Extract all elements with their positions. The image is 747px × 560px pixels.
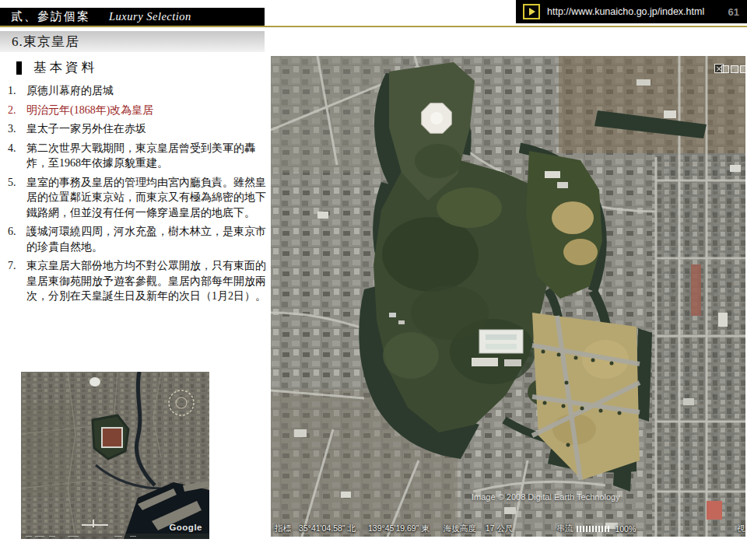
list-item: 1. 原德川幕府的居城 <box>6 83 268 99</box>
stream-meter <box>577 526 611 532</box>
section-header-bar: 貳、參訪個案 Luxury Selection <box>0 8 265 26</box>
list-item-text: 東京皇居大部份地方均不對公眾開放，只有東面的皇居東御苑開放予遊客參觀。皇居內部每… <box>26 258 268 304</box>
list-item: 7. 東京皇居大部份地方均不對公眾開放，只有東面的皇居東御苑開放予遊客參觀。皇居… <box>6 258 268 304</box>
basic-info-heading: 基本資料 <box>16 59 268 76</box>
list-item-highlighted: 2. 明治元年(1868年)改為皇居 <box>6 103 268 118</box>
heading-marker-bar <box>16 61 22 75</box>
list-item-number: 6. <box>6 224 26 254</box>
play-icon <box>523 4 540 19</box>
list-item: 6. 護城河環繞四周，河水充盈，樹木林立，是東京市的珍貴自然地。 <box>6 224 268 254</box>
longitude-value: 139°45'19.69" 東 <box>368 523 430 534</box>
list-item: 4. 第二次世界大戰期間，東京皇居曾受到美軍的轟炸，至1968年依據原貌重建。 <box>6 141 268 171</box>
elevation-value: 17 公尺 <box>486 523 514 534</box>
section-title-zh: 貳、參訪個案 <box>11 9 90 24</box>
header-divider-line <box>0 26 747 27</box>
section-title-en: Luxury Selection <box>109 10 191 23</box>
slide-canvas: { "header": { "section_zh": "貳、參訪個案", "s… <box>0 0 747 560</box>
list-item-number: 5. <box>6 175 26 221</box>
list-item-text: 皇太子一家另外住在赤坂 <box>26 121 268 137</box>
list-item-text: 護城河環繞四周，河水充盈，樹木林立，是東京市的珍貴自然地。 <box>26 224 268 254</box>
basic-info-heading-label: 基本資料 <box>33 59 97 76</box>
list-item: 5. 皇室的事務及皇居的管理均由宮內廳負責。雖然皇居的位置鄰近東京站，而東京又有… <box>6 175 268 221</box>
list-item-number: 4. <box>6 141 26 171</box>
pointer-label: 指標 <box>275 523 291 534</box>
view-angle-label: 視角 <box>737 523 745 534</box>
list-item-text: 明治元年(1868年)改為皇居 <box>26 103 268 118</box>
location-highlight-box <box>102 428 122 447</box>
source-url-link[interactable]: http://www.kunaicho.go.jp/index.html <box>547 6 704 17</box>
slide-title-bar: 6.東京皇居 <box>0 31 265 52</box>
latitude-value: 35°41'04.58" 北 <box>299 523 356 534</box>
list-item: 3. 皇太子一家另外住在赤坂 <box>6 121 268 137</box>
list-item-text: 皇室的事務及皇居的管理均由宮內廳負責。雖然皇居的位置鄰近東京站，而東京又有極為綿… <box>26 175 268 221</box>
list-item-text: 第二次世界大戰期間，東京皇居曾受到美軍的轟炸，至1968年依據原貌重建。 <box>26 141 268 171</box>
imagery-watermark: Image © 2008 Digital Earth Technology <box>472 492 620 502</box>
slide-title: 6.東京皇居 <box>12 33 79 51</box>
list-item-number: 3. <box>6 121 26 137</box>
stream-percent: 100% <box>615 524 636 534</box>
list-item-number: 2. <box>6 103 26 118</box>
page-number: 61 <box>728 6 739 18</box>
inset-map-graphic <box>21 372 209 539</box>
earth-status-bar: 指標 35°41'04.58" 北 139°45'19.69" 東 海拔高度 1… <box>275 523 745 534</box>
inset-attribution-strip <box>21 534 209 539</box>
satellite-image-imperial-palace: Image © 2008 Digital Earth Technology 指標… <box>271 56 745 537</box>
list-item-number: 7. <box>6 258 26 304</box>
map-overlay-buttons <box>721 65 745 73</box>
satellite-map-graphic <box>271 56 745 537</box>
list-item-number: 1. <box>6 83 26 99</box>
basic-info-section: 基本資料 1. 原德川幕府的居城 2. 明治元年(1868年)改為皇居 3. 皇… <box>6 59 268 308</box>
elevation-label: 海拔高度 <box>444 523 476 534</box>
list-item-text: 原德川幕府的居城 <box>26 83 268 99</box>
google-watermark: Google <box>169 523 202 532</box>
inset-overview-map: Google <box>21 372 209 539</box>
stream-label: 串流 <box>556 523 573 534</box>
url-bar: http://www.kunaicho.go.jp/index.html 61 <box>516 0 747 23</box>
